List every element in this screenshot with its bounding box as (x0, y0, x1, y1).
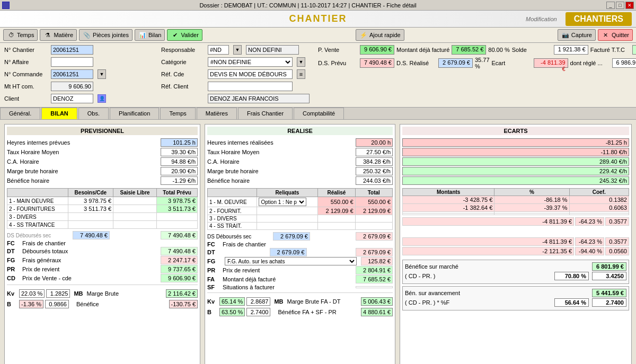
prev-row2-saisie[interactable] (113, 205, 157, 213)
real-row2-realise: 2 129.09 € (318, 207, 355, 215)
ref-client-label: Réf. Client (161, 83, 204, 90)
prev-row1-besoins: 3 978.75 € (68, 197, 113, 205)
app-title: CHANTIER (214, 13, 423, 24)
ref-cde-input[interactable] (208, 69, 293, 79)
no-commande-input[interactable] (51, 69, 93, 79)
prev-taux-row: Taux Horaire Moyen 39.30 €/h (7, 148, 198, 156)
tab-obs[interactable]: Obs. (78, 108, 109, 119)
prev-row4-label: 4 - SS TRAITANCE (7, 221, 68, 229)
no-chantier-input[interactable] (51, 45, 93, 55)
modification-label: Modification (526, 16, 557, 22)
ref-client-row: Réf. Client (161, 82, 310, 91)
ec-dt-pct: -64.23 % (575, 237, 604, 246)
real-row4-realise (318, 223, 355, 230)
capture-button[interactable]: 📷 Capture (558, 29, 596, 41)
ds-prevu-label: D.S. Prévu (318, 60, 358, 66)
tab-planification[interactable]: Planification (110, 108, 159, 119)
fg-dropdown[interactable]: F.G. Auto. sur les achats (225, 257, 357, 265)
ref-client-input[interactable] (208, 82, 293, 91)
tab-matieres[interactable]: Matières (197, 108, 237, 119)
prev-ds-total: 7 490.48 € (161, 231, 198, 239)
categorie-dropdown-btn[interactable]: ▼ (297, 57, 305, 67)
cd-pr-pct: 70.80 % (554, 272, 589, 280)
close-button[interactable]: ✕ (625, 2, 634, 9)
prev-row3-saisie[interactable] (113, 213, 157, 221)
ec-row1-montant: -3 428.75 € (403, 196, 494, 204)
tab-frais-chantier[interactable]: Frais Chantier (238, 108, 293, 119)
maximize-button[interactable]: □ (616, 2, 624, 9)
client-input[interactable] (51, 94, 93, 103)
ben-avancement-row: Bén. sur avancement 5 441.59 € (405, 289, 626, 297)
prev-fg-label: FG (7, 257, 20, 263)
matiere-icon: ⚗ (43, 31, 52, 39)
solde-value: 1 921.38 € (554, 45, 588, 55)
real-table: Reliquats Réalisé Total 1 - M. OEUVRE Op… (207, 188, 393, 230)
responsable-dropdown-btn[interactable]: ▼ (233, 45, 242, 55)
ec-benefice-row: 245.32 €/h (402, 176, 629, 185)
ds-realise-label: D.S. Réalisé (396, 60, 436, 66)
real-ds-realise: 2 679.09 € (273, 232, 310, 241)
real-marge-row: Marge brute horaire 250.32 €/h (207, 167, 393, 175)
bilan-button[interactable]: 📊 Bilan (135, 29, 165, 41)
valider-button[interactable]: ✔ Valider (167, 29, 202, 41)
real-row1-total: 550.00 € (355, 197, 392, 207)
matiere-button[interactable]: ⚗ Matière (40, 29, 77, 41)
real-row4-option (257, 223, 318, 230)
option-dropdown[interactable]: Option 1 : Ne p (259, 198, 306, 206)
ec-fg-row: -2 121.35 € -94.40 % 0.0560 (402, 247, 629, 255)
prev-row4-saisie[interactable] (113, 221, 157, 229)
real-ds-label: DS Déboursés sec (207, 234, 271, 239)
tab-temps[interactable]: Temps (160, 108, 195, 119)
minimize-button[interactable]: _ (606, 2, 615, 9)
client-row: Client 👤 (4, 94, 153, 103)
real-sf-row: SF Situations à facturer (207, 284, 393, 290)
ec-col-pct: % (494, 189, 569, 196)
no-affaire-input[interactable] (51, 57, 93, 67)
ec-ca-value: 289.40 €/h (402, 157, 629, 166)
camera-icon: 📷 (561, 31, 570, 39)
real-b-pct: 63.50 % (219, 308, 245, 316)
cd-pr2-row: ( CD - PR. ) * %F 56.64 % 2.7400 (405, 298, 626, 307)
prev-row4-total (157, 221, 198, 229)
prev-kv-pct: 22.03 % (19, 289, 45, 298)
ref-cde-btn[interactable]: ≡ (297, 69, 305, 79)
cd-pr-row: ( CD - PR. ) 70.80 % 3.4250 (405, 272, 626, 280)
table-row: -3 428.75 € -86.18 % 0.1382 (403, 196, 629, 204)
person-icon[interactable]: 👤 (98, 94, 106, 103)
real-marge-value: 250.32 €/h (356, 167, 393, 175)
prev-mb-label: MB (74, 290, 83, 297)
table-row: 4 - SS TRAIT. (208, 223, 393, 230)
prev-row1-saisie[interactable] (113, 197, 157, 205)
prev-col-total: Total Prévu (157, 189, 198, 197)
ben-avancement-box: Bén. sur avancement 5 441.59 € ( CD - PR… (402, 286, 629, 310)
tab-bilan[interactable]: BILAN (41, 108, 77, 119)
window-controls[interactable]: _ □ ✕ (606, 2, 634, 9)
ajout-rapide-button[interactable]: ⚡ Ajout rapide (356, 29, 404, 41)
benefice-marche-value: 6 801.99 € (592, 262, 626, 271)
prev-pr-label: PR (7, 266, 20, 272)
temps-button[interactable]: ⏱ Temps (3, 29, 38, 41)
tab-general[interactable]: Général. (0, 108, 40, 119)
ec-dt-row: -4 811.39 € -64.23 % 0.3577 (402, 237, 629, 246)
previsionnel-title: PREVISIONNEL (7, 127, 198, 135)
tab-comptabilite[interactable]: Comptabilité (294, 108, 344, 119)
pieces-jointes-button[interactable]: 📎 Pièces jointes (79, 29, 132, 41)
quitter-button[interactable]: ✕ Quitter (598, 29, 633, 41)
ben-avancement-value: 5 441.59 € (592, 289, 626, 297)
real-row2-total: 2 129.09 € (355, 207, 392, 215)
commande-dropdown-btn[interactable]: ▼ (98, 69, 106, 79)
real-kv-row: Kv 65.14 % 2.8687 MB Marge Brute FA - DT… (207, 297, 393, 306)
prev-row3-total (157, 213, 198, 221)
previsionnel-panel: PREVISIONNEL Heyres internes prévues 101… (4, 124, 200, 364)
responsable-code-input[interactable] (208, 45, 229, 55)
real-row1-option[interactable]: Option 1 : Ne p (257, 197, 318, 207)
real-benefice-row: Bénéfice horaire 244.03 €/h (207, 176, 393, 185)
prev-row1-label: 1 - MAIN OEUVRE (7, 197, 68, 205)
ec-heures-row: -81.25 h (402, 138, 629, 147)
table-row: 1 - M. OEUVRE Option 1 : Ne p 550.00 € 5… (208, 197, 393, 207)
categorie-select[interactable]: #NON DEFINIE (208, 57, 293, 67)
table-row: 1 - MAIN OEUVRE 3 978.75 € 3 978.75 € (7, 197, 198, 205)
client-name-input (208, 94, 310, 103)
ec-dt-montant: -4 811.39 € (402, 237, 574, 246)
ecarts-title: ECARTS (402, 127, 629, 135)
